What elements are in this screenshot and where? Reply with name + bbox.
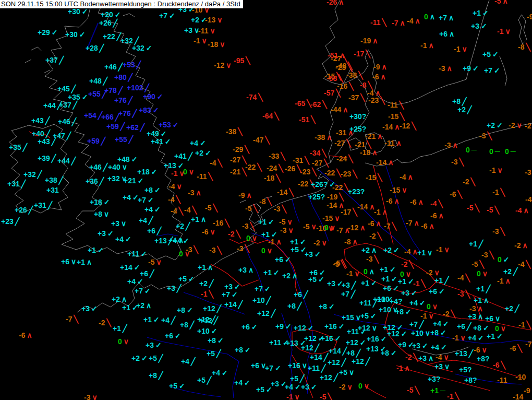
station-marker: +1✓ — [381, 275, 397, 283]
tendency-characteristic-icon: ╱ — [159, 371, 163, 380]
pressure-tendency-value: +4 — [115, 235, 124, 243]
station-marker: +40╱ — [32, 130, 50, 138]
station-marker: +8✓ — [473, 324, 489, 332]
station-marker: +12╱ — [352, 357, 370, 366]
tendency-characteristic-icon: ╱ — [15, 217, 19, 226]
tendency-characteristic-icon: ╲ — [413, 353, 417, 361]
tendency-characteristic-icon: ╲ — [324, 159, 328, 167]
tendency-characteristic-icon: ╲ — [338, 74, 343, 83]
station-marker: -21╲ — [230, 168, 247, 176]
station-marker: +53╱ — [123, 61, 141, 69]
tendency-characteristic-icon: ✓ — [273, 268, 280, 277]
tendency-characteristic-icon: ╱ — [300, 374, 304, 383]
pressure-tendency-value: +18 — [137, 168, 150, 176]
pressure-tendency-value: -1 — [201, 290, 207, 298]
station-marker: -5∨ — [303, 222, 317, 231]
station-marker: +4✓ — [285, 383, 301, 391]
tendency-characteristic-icon: ╱ — [132, 109, 137, 117]
pressure-tendency-value: -22 — [245, 163, 256, 171]
station-marker: -5╲ — [205, 204, 217, 212]
tendency-characteristic-icon: ╱ — [207, 376, 211, 384]
pressure-tendency-value: +8 — [149, 371, 157, 380]
station-marker: +3∧ — [238, 266, 253, 274]
pressure-tendency-value: -38 — [315, 133, 325, 142]
station-marker: -2╲ — [405, 353, 418, 361]
station-marker: +12✓ — [294, 324, 313, 332]
tendency-characteristic-icon: ╲ — [328, 393, 332, 400]
pressure-tendency-value: +3 — [305, 250, 313, 258]
station-marker: -2∨ — [339, 383, 353, 391]
pressure-tendency-value: +6 — [457, 322, 465, 331]
tendency-characteristic-icon: ╲ — [305, 156, 309, 164]
station-marker: +3? — [428, 375, 441, 383]
pressure-tendency-value: +11 — [127, 250, 139, 258]
pressure-tendency-value: +13 — [164, 161, 176, 170]
pressure-tendency-value: +2 — [505, 304, 513, 313]
tendency-characteristic-icon: ∧ — [372, 148, 377, 157]
station-marker: -1∨ — [454, 45, 467, 53]
station-marker: +16✓ — [367, 335, 386, 343]
pressure-tendency-value: -74 — [246, 93, 257, 101]
pressure-tendency-value: +4 — [234, 379, 243, 387]
pressure-tendency-value: +12 — [320, 373, 332, 382]
pressure-tendency-value: +62 — [126, 123, 139, 132]
pressure-tendency-value: -14 — [327, 201, 337, 209]
tendency-characteristic-icon: ╲ — [322, 149, 326, 157]
tendency-characteristic-icon: ∧ — [146, 301, 151, 310]
tendency-characteristic-icon: ─ — [511, 147, 516, 156]
pressure-tendency-value: -3 — [84, 393, 90, 400]
pressure-tendency-value: -62 — [310, 100, 321, 109]
tendency-characteristic-icon: ✓ — [419, 299, 426, 307]
pressure-tendency-value: -1 — [396, 364, 403, 372]
tendency-characteristic-icon: ╱ — [120, 122, 125, 131]
pressure-tendency-value: +31 — [46, 186, 59, 194]
station-marker: +25? — [349, 125, 366, 133]
station-marker: -6∧ — [410, 198, 424, 206]
tendency-characteristic-icon: ╲ — [487, 132, 491, 140]
tendency-characteristic-icon: ✓ — [483, 324, 489, 332]
station-marker: +7✓ — [484, 66, 500, 75]
pressure-tendency-value: +76 — [118, 109, 131, 117]
pressure-tendency-value: -5 — [334, 259, 340, 267]
pressure-tendency-value: +13 — [154, 237, 167, 245]
tendency-characteristic-icon: ✓ — [300, 238, 306, 246]
station-marker: +2∧ — [282, 272, 297, 280]
pressure-tendency-value: +4 — [127, 277, 136, 286]
station-marker: +3✓ — [412, 342, 428, 350]
station-marker: -6╲ — [450, 190, 462, 198]
tendency-characteristic-icon: ✓ — [175, 332, 181, 340]
pressure-tendency-value: +12 — [328, 358, 340, 367]
pressure-tendency-value: -11 — [198, 27, 208, 35]
station-marker: +14╱ — [310, 353, 328, 361]
pressure-tendency-value: -8 — [518, 43, 524, 51]
tendency-characteristic-icon: ∧ — [502, 0, 507, 5]
pressure-tendency-value: +1 — [398, 277, 406, 286]
station-marker: +22╱ — [103, 32, 121, 41]
pressure-tendency-value: +1 — [198, 263, 206, 272]
tendency-characteristic-icon: ∧ — [404, 364, 409, 372]
pressure-tendency-value: +6 — [251, 361, 259, 370]
tendency-characteristic-icon: ∨ — [121, 219, 126, 228]
tendency-characteristic-icon: ∨ — [444, 245, 449, 254]
pressure-tendency-value: +5 — [290, 374, 298, 383]
station-marker: +29✓ — [38, 28, 57, 37]
station-marker: +43╱ — [31, 116, 50, 125]
station-marker: -14 — [513, 393, 523, 400]
tendency-characteristic-icon: ∧ — [377, 132, 382, 140]
pressure-tendency-value: -12 — [400, 122, 410, 130]
tendency-characteristic-icon: ╲ — [213, 204, 217, 212]
tendency-characteristic-icon: ∨ — [156, 258, 161, 266]
station-marker: -58╲ — [327, 74, 343, 83]
pressure-tendency-value: +1 — [380, 265, 388, 274]
pressure-tendency-value: +28 — [86, 44, 98, 52]
tendency-characteristic-icon: ╱ — [157, 227, 161, 235]
station-marker: -1∧ — [268, 238, 282, 246]
station-marker: +2╱ — [176, 222, 190, 230]
station-marker: -44∧ — [331, 105, 348, 114]
tendency-characteristic-icon: ╲ — [475, 204, 479, 212]
tendency-characteristic-icon: ╲ — [455, 392, 459, 400]
pressure-tendency-value: -22 — [324, 169, 335, 177]
pressure-tendency-value: +5 — [256, 385, 264, 394]
tendency-characteristic-icon: ✓ — [234, 283, 240, 291]
pressure-tendency-value: -1 — [374, 208, 380, 216]
